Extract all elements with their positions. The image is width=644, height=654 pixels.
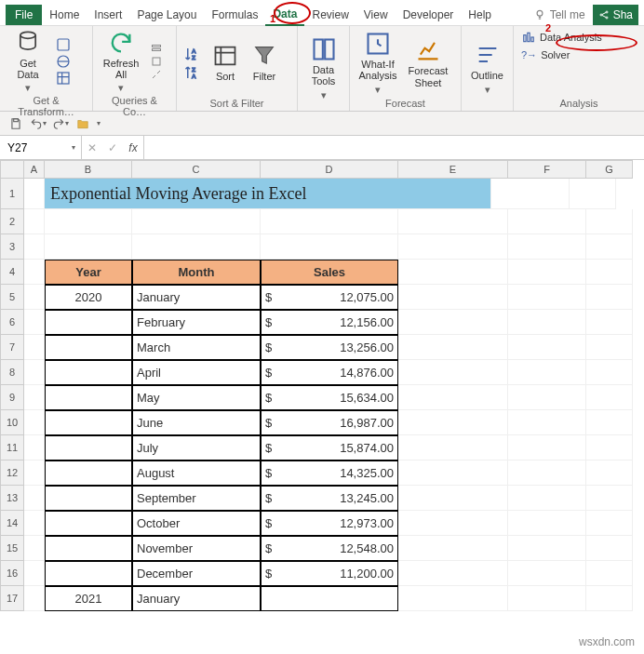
share-button[interactable]: Sha [593, 5, 638, 25]
cell[interactable] [398, 586, 508, 611]
row-header[interactable]: 5 [0, 285, 24, 310]
cell-year[interactable] [45, 410, 132, 435]
cell[interactable] [24, 310, 45, 335]
col-header-E[interactable]: E [398, 160, 508, 179]
from-table-icon[interactable] [56, 71, 71, 86]
refresh-all-button[interactable]: Refresh All ▾ [99, 30, 143, 93]
tab-home[interactable]: Home [42, 5, 87, 25]
cell-sales[interactable]: $13,245.00 [261, 486, 398, 511]
cell-month[interactable]: January [132, 586, 261, 611]
cell[interactable] [508, 435, 586, 460]
from-text-icon[interactable] [56, 37, 71, 52]
cell-year[interactable] [45, 486, 132, 511]
cell-month[interactable]: January [132, 285, 261, 310]
cell[interactable] [586, 260, 633, 285]
redo-button[interactable]: ▾ [52, 115, 69, 132]
cell[interactable] [508, 536, 586, 561]
col-header-C[interactable]: C [132, 160, 261, 179]
cell[interactable] [586, 435, 633, 460]
tab-help[interactable]: Help [461, 5, 499, 25]
cell[interactable] [132, 209, 261, 234]
cell[interactable] [508, 209, 586, 234]
row-header[interactable]: 2 [0, 209, 24, 234]
save-button[interactable] [7, 115, 24, 132]
cell-year[interactable] [45, 511, 132, 536]
cell[interactable] [398, 460, 508, 486]
cell[interactable] [398, 435, 508, 460]
cell[interactable] [508, 460, 586, 486]
cell-sales[interactable]: $12,156.00 [261, 310, 398, 335]
cell[interactable] [24, 385, 45, 410]
cell[interactable] [45, 209, 132, 234]
cell[interactable] [586, 385, 633, 410]
cell[interactable] [586, 285, 633, 310]
cell-month[interactable]: December [132, 561, 261, 586]
cell[interactable] [24, 234, 45, 260]
tab-review[interactable]: Review [304, 5, 356, 25]
cell-year[interactable] [45, 561, 132, 586]
table-header-sales[interactable]: Sales [261, 260, 398, 285]
cell[interactable] [398, 234, 508, 260]
cell[interactable] [508, 260, 586, 285]
cell[interactable] [398, 561, 508, 586]
cell-month[interactable]: April [132, 360, 261, 385]
cell[interactable] [398, 385, 508, 410]
tab-page-layout[interactable]: Page Layou [129, 5, 204, 25]
cell[interactable] [132, 234, 261, 260]
tab-insert[interactable]: Insert [87, 5, 129, 25]
cell[interactable] [508, 586, 586, 611]
cell-month[interactable]: June [132, 410, 261, 435]
edit-links-icon[interactable] [149, 69, 164, 80]
cell-year[interactable] [45, 335, 132, 360]
cell-sales[interactable]: $12,548.00 [261, 536, 398, 561]
forecast-sheet-button[interactable]: Forecast Sheet [406, 37, 450, 87]
cell-sales[interactable]: $16,987.00 [261, 410, 398, 435]
name-box-input[interactable] [6, 140, 56, 155]
cell[interactable] [398, 285, 508, 310]
fx-icon[interactable]: fx [123, 141, 143, 154]
cell[interactable] [586, 234, 633, 260]
cell-month[interactable]: September [132, 486, 261, 511]
cell[interactable] [398, 260, 508, 285]
cell-sales[interactable]: $13,256.00 [261, 335, 398, 360]
cell[interactable] [24, 586, 45, 611]
outline-button[interactable]: Outline ▾ [467, 42, 507, 94]
cell-sales[interactable]: $15,634.00 [261, 385, 398, 410]
filter-button[interactable]: Filter [248, 43, 281, 82]
cell[interactable] [24, 179, 45, 209]
row-header[interactable]: 14 [0, 511, 24, 536]
formula-input[interactable] [144, 136, 644, 159]
cell[interactable] [398, 410, 508, 435]
row-header[interactable]: 6 [0, 310, 24, 335]
tab-formulas[interactable]: Formulas [204, 5, 265, 25]
tab-view[interactable]: View [356, 5, 396, 25]
cell-sales[interactable]: $15,874.00 [261, 435, 398, 460]
get-data-button[interactable]: Get Data ▾ [6, 30, 50, 93]
undo-button[interactable]: ▾ [30, 115, 47, 132]
cell[interactable] [24, 410, 45, 435]
properties-icon[interactable] [149, 56, 164, 67]
sort-button[interactable]: Sort [208, 43, 242, 82]
queries-icon[interactable] [149, 43, 164, 54]
row-header[interactable]: 12 [0, 460, 24, 486]
table-header-month[interactable]: Month [132, 260, 261, 285]
qat-menu-icon[interactable]: ▾ [97, 119, 101, 127]
cell[interactable] [586, 561, 633, 586]
col-header-D[interactable]: D [261, 160, 398, 179]
table-header-year[interactable]: Year [45, 260, 132, 285]
solver-button[interactable]: ?→ Solver [519, 48, 571, 61]
select-all-corner[interactable] [0, 160, 24, 179]
cell[interactable] [398, 536, 508, 561]
col-header-G[interactable]: G [586, 160, 633, 179]
cell[interactable] [586, 209, 633, 234]
row-header[interactable]: 8 [0, 360, 24, 385]
cell-year[interactable] [45, 310, 132, 335]
row-header[interactable]: 11 [0, 435, 24, 460]
cell-sales[interactable]: $12,973.00 [261, 511, 398, 536]
cell[interactable] [24, 561, 45, 586]
cell-month[interactable]: July [132, 435, 261, 460]
cell[interactable] [261, 234, 398, 260]
row-header[interactable]: 1 [0, 179, 24, 209]
row-header[interactable]: 9 [0, 385, 24, 410]
row-header[interactable]: 10 [0, 410, 24, 435]
